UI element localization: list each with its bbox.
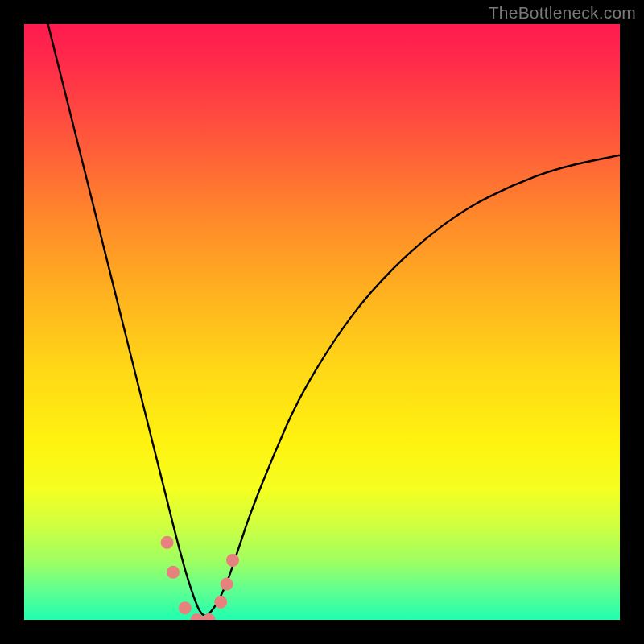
marker-point	[214, 596, 227, 609]
sample-markers	[161, 536, 239, 620]
plot-area	[24, 24, 620, 620]
marker-point	[221, 578, 233, 591]
marker-point	[161, 536, 174, 549]
outer-black-frame: TheBottleneck.com	[0, 0, 644, 644]
chart-svg	[24, 24, 620, 620]
marker-point	[167, 566, 180, 579]
watermark-text: TheBottleneck.com	[489, 3, 636, 23]
marker-point	[226, 554, 239, 567]
bottleneck-curve	[48, 24, 620, 616]
marker-point	[179, 601, 192, 614]
